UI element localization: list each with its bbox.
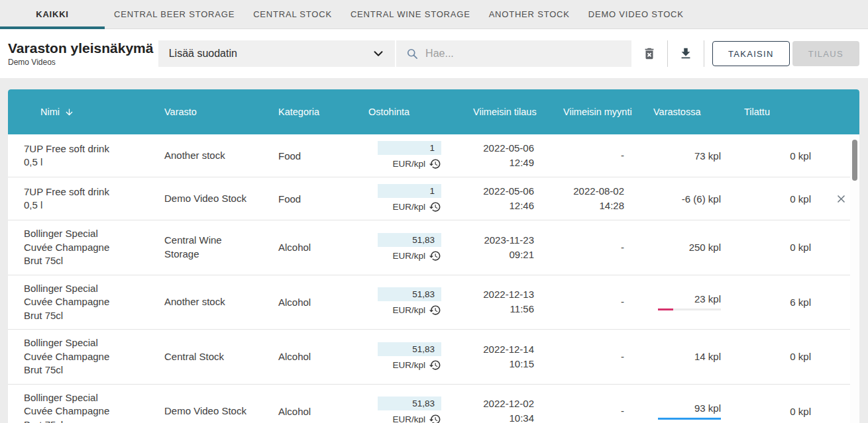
price-value: 51,83 <box>378 342 441 356</box>
stock-value: 93 kpl <box>694 402 721 414</box>
tab-another-stock[interactable]: ANOTHER STOCK <box>480 0 579 28</box>
last-order-time: 09:21 <box>444 248 534 262</box>
warehouse-cell: Another stock <box>164 149 254 163</box>
last-order-cell: 2022-05-06 12:46 <box>444 184 537 213</box>
close-icon[interactable] <box>835 193 847 205</box>
stock-value: -6 (6) kpl <box>682 193 721 205</box>
stock-value: 73 kpl <box>694 150 721 162</box>
stock-value: 23 kpl <box>694 293 721 305</box>
last-order-time: 12:49 <box>444 156 534 170</box>
last-order-date: 2022-12-02 <box>444 397 534 411</box>
download-button[interactable] <box>668 40 704 67</box>
tab-central-beer-storage[interactable]: CENTRAL BEER STORAGE <box>105 0 244 28</box>
category-cell: Food <box>265 193 351 205</box>
warehouse-cell: Central Wine Storage <box>164 234 254 261</box>
scrollbar-thumb[interactable] <box>852 140 857 181</box>
last-sale-date: - <box>537 148 624 163</box>
column-header-kategoria[interactable]: Kategoria <box>265 107 351 117</box>
price-value: 51,83 <box>378 397 441 410</box>
category-cell: Alcohol <box>265 242 351 253</box>
tab-central-wine-storage[interactable]: CENTRAL WINE STORAGE <box>341 0 480 28</box>
price-history-icon[interactable] <box>429 158 441 170</box>
last-order-cell: 2022-05-06 12:49 <box>444 141 537 170</box>
inventory-table: Nimi Varasto Kategoria Ostohinta Viimeis… <box>8 89 859 423</box>
price-unit-label: EUR/kpl <box>392 414 425 423</box>
stock-bar <box>658 308 721 310</box>
product-name: 7UP Free soft drink 0,5 l <box>24 142 123 169</box>
price-unit-label: EUR/kpl <box>392 360 425 370</box>
price-history-icon[interactable] <box>429 250 441 262</box>
tab-bar: KAIKKI CENTRAL BEER STORAGE CENTRAL STOC… <box>0 0 868 29</box>
price-unit-label: EUR/kpl <box>392 251 425 261</box>
last-sale-cell: - <box>537 240 629 255</box>
ordered-cell: 0 kpl <box>722 351 812 362</box>
last-order-date: 2022-12-14 <box>444 342 534 357</box>
add-filter-dropdown[interactable]: Lisää suodatin <box>158 40 395 67</box>
last-order-time: 10:34 <box>444 411 534 423</box>
tab-central-stock[interactable]: CENTRAL STOCK <box>244 0 341 28</box>
last-order-date: 2022-05-06 <box>444 141 534 156</box>
tab-label: CENTRAL BEER STORAGE <box>114 9 235 19</box>
price-value: 1 <box>378 184 441 198</box>
last-sale-date: - <box>537 350 624 364</box>
add-filter-label: Lisää suodatin <box>169 48 237 60</box>
stock-bar-fill <box>658 308 673 310</box>
table-row[interactable]: 7UP Free soft drink 0,5 l Demo Video Sto… <box>8 177 859 220</box>
table-row[interactable]: Bollinger Special Cuvée Champagne Brut 7… <box>8 385 859 423</box>
last-order-cell: 2022-12-13 11:56 <box>444 287 537 316</box>
category-cell: Food <box>265 150 351 162</box>
table-row[interactable]: Bollinger Special Cuvée Champagne Brut 7… <box>8 330 859 385</box>
price-unit-label: EUR/kpl <box>392 159 425 169</box>
search-input[interactable] <box>425 48 622 60</box>
column-header-viimeisin-tilaus[interactable]: Viimeisin tilaus <box>444 107 537 117</box>
column-header-viimeisin-myynti[interactable]: Viimeisin myynti <box>537 107 629 117</box>
page-subtitle: Demo Videos <box>8 58 158 67</box>
price-history-icon[interactable] <box>429 304 441 316</box>
price-unit-label: EUR/kpl <box>392 305 425 315</box>
column-header-tilattu[interactable]: Tilattu <box>722 107 812 117</box>
column-header-varasto[interactable]: Varasto <box>148 107 265 117</box>
last-order-cell: 2023-11-23 09:21 <box>444 233 537 262</box>
last-sale-cell: 2022-08-02 14:28 <box>537 184 629 213</box>
category-cell: Alcohol <box>265 406 351 417</box>
table-row[interactable]: 7UP Free soft drink 0,5 l Another stock … <box>8 134 859 177</box>
tab-demo-video-stock[interactable]: DEMO VIDEO STOCK <box>579 0 693 28</box>
order-button[interactable]: TILAUS <box>792 41 859 66</box>
column-header-nimi[interactable]: Nimi <box>8 107 148 117</box>
warehouse-cell: Demo Video Stock <box>164 404 254 418</box>
toolbar: Varaston yleisnäkymä Demo Videos Lisää s… <box>0 29 868 78</box>
tab-label: CENTRAL WINE STORAGE <box>351 9 470 19</box>
last-order-cell: 2022-12-14 10:15 <box>444 342 537 371</box>
last-sale-date: - <box>537 295 624 309</box>
search-field <box>396 40 631 67</box>
category-cell: Alcohol <box>265 351 351 362</box>
table-row[interactable]: Bollinger Special Cuvée Champagne Brut 7… <box>8 275 859 330</box>
last-sale-cell: - <box>537 404 629 418</box>
last-sale-time: 14:28 <box>537 199 624 213</box>
last-sale-date: 2022-08-02 <box>537 184 624 199</box>
table-scrollbar <box>850 134 859 423</box>
product-name: 7UP Free soft drink 0,5 l <box>24 185 123 212</box>
page-title: Varaston yleisnäkymä <box>8 40 158 56</box>
last-order-time: 10:15 <box>444 357 534 371</box>
last-order-date: 2022-05-06 <box>444 184 534 199</box>
search-icon <box>406 47 419 60</box>
price-history-icon[interactable] <box>429 413 441 423</box>
category-cell: Alcohol <box>265 297 351 308</box>
table-body: 7UP Free soft drink 0,5 l Another stock … <box>8 134 859 423</box>
last-order-time: 12:46 <box>444 199 534 213</box>
warehouse-cell: Another stock <box>164 295 254 309</box>
price-history-icon[interactable] <box>429 359 441 371</box>
table-row[interactable]: Bollinger Special Cuvée Champagne Brut 7… <box>8 220 859 275</box>
table-header: Nimi Varasto Kategoria Ostohinta Viimeis… <box>8 89 859 134</box>
ordered-cell: 0 kpl <box>722 193 812 205</box>
column-header-varastossa[interactable]: Varastossa <box>629 107 722 117</box>
back-button[interactable]: TAKAISIN <box>712 41 790 66</box>
price-history-icon[interactable] <box>429 201 441 213</box>
tab-label: DEMO VIDEO STOCK <box>588 9 684 19</box>
tab-kaikki[interactable]: KAIKKI <box>0 0 105 28</box>
delete-trash-button[interactable] <box>631 40 667 67</box>
last-sale-cell: - <box>537 295 629 309</box>
product-name: Bollinger Special Cuvée Champagne Brut 7… <box>24 227 123 268</box>
column-header-ostohinta[interactable]: Ostohinta <box>351 107 444 117</box>
